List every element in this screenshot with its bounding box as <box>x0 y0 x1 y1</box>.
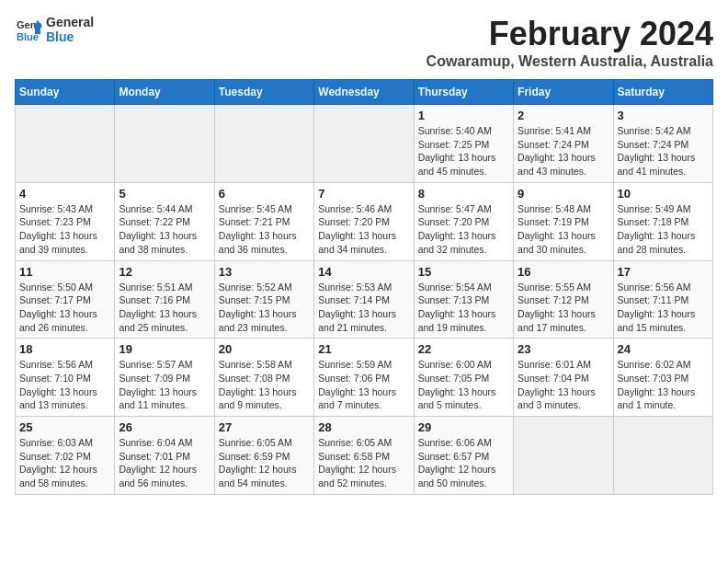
day-number: 6 <box>219 187 310 201</box>
calendar-day-cell: 16Sunrise: 5:55 AM Sunset: 7:12 PM Dayli… <box>514 260 613 339</box>
calendar-week-row: 4Sunrise: 5:43 AM Sunset: 7:23 PM Daylig… <box>16 182 713 260</box>
day-number: 23 <box>518 342 609 356</box>
calendar-day-cell: 26Sunrise: 6:04 AM Sunset: 7:01 PM Dayli… <box>115 417 214 495</box>
weekday-header-row: SundayMondayTuesdayWednesdayThursdayFrid… <box>16 80 713 105</box>
header: General Blue General Blue February 2024 … <box>15 15 713 70</box>
calendar-week-row: 25Sunrise: 6:03 AM Sunset: 7:02 PM Dayli… <box>16 417 713 495</box>
calendar-day-cell: 13Sunrise: 5:52 AM Sunset: 7:15 PM Dayli… <box>214 260 313 339</box>
day-number: 7 <box>318 187 409 201</box>
weekday-header-cell: Wednesday <box>314 80 414 105</box>
day-detail: Sunrise: 6:05 AM Sunset: 6:59 PM Dayligh… <box>219 436 310 490</box>
day-number: 10 <box>618 187 709 201</box>
day-number: 29 <box>418 420 509 434</box>
calendar: SundayMondayTuesdayWednesdayThursdayFrid… <box>15 79 713 495</box>
day-detail: Sunrise: 5:48 AM Sunset: 7:19 PM Dayligh… <box>518 202 609 257</box>
day-detail: Sunrise: 5:55 AM Sunset: 7:12 PM Dayligh… <box>518 281 609 335</box>
calendar-week-row: 18Sunrise: 5:56 AM Sunset: 7:10 PM Dayli… <box>16 339 713 417</box>
day-number: 13 <box>219 265 310 279</box>
calendar-day-cell: 12Sunrise: 5:51 AM Sunset: 7:16 PM Dayli… <box>115 260 214 339</box>
day-detail: Sunrise: 6:04 AM Sunset: 7:01 PM Dayligh… <box>119 436 210 490</box>
day-number: 5 <box>119 187 210 201</box>
day-detail: Sunrise: 5:51 AM Sunset: 7:16 PM Dayligh… <box>119 281 210 335</box>
day-number: 20 <box>219 342 310 356</box>
day-number: 12 <box>119 265 210 279</box>
calendar-day-cell: 29Sunrise: 6:06 AM Sunset: 6:57 PM Dayli… <box>414 417 513 495</box>
day-number: 4 <box>19 187 110 201</box>
day-number: 25 <box>19 420 110 434</box>
weekday-header-cell: Tuesday <box>214 80 313 105</box>
calendar-day-cell: 23Sunrise: 6:01 AM Sunset: 7:04 PM Dayli… <box>514 339 613 417</box>
day-detail: Sunrise: 5:47 AM Sunset: 7:20 PM Dayligh… <box>418 202 509 257</box>
calendar-day-cell: 5Sunrise: 5:44 AM Sunset: 7:22 PM Daylig… <box>115 182 214 260</box>
day-detail: Sunrise: 5:56 AM Sunset: 7:11 PM Dayligh… <box>618 281 709 335</box>
month-title: February 2024 <box>427 15 713 53</box>
day-detail: Sunrise: 6:03 AM Sunset: 7:02 PM Dayligh… <box>19 436 110 490</box>
day-detail: Sunrise: 5:41 AM Sunset: 7:24 PM Dayligh… <box>518 124 609 178</box>
calendar-day-cell: 2Sunrise: 5:41 AM Sunset: 7:24 PM Daylig… <box>514 105 613 183</box>
day-detail: Sunrise: 5:42 AM Sunset: 7:24 PM Dayligh… <box>618 124 709 178</box>
day-number: 22 <box>418 342 509 356</box>
calendar-day-cell: 21Sunrise: 5:59 AM Sunset: 7:06 PM Dayli… <box>314 339 414 417</box>
logo-line2: Blue <box>46 29 94 44</box>
day-number: 8 <box>418 187 509 201</box>
calendar-week-row: 1Sunrise: 5:40 AM Sunset: 7:25 PM Daylig… <box>16 105 713 183</box>
day-detail: Sunrise: 5:50 AM Sunset: 7:17 PM Dayligh… <box>19 281 110 335</box>
calendar-day-cell: 14Sunrise: 5:53 AM Sunset: 7:14 PM Dayli… <box>314 260 414 339</box>
day-detail: Sunrise: 6:00 AM Sunset: 7:05 PM Dayligh… <box>418 358 509 412</box>
day-detail: Sunrise: 5:43 AM Sunset: 7:23 PM Dayligh… <box>19 202 110 257</box>
day-detail: Sunrise: 5:45 AM Sunset: 7:21 PM Dayligh… <box>219 202 310 257</box>
calendar-day-cell: 22Sunrise: 6:00 AM Sunset: 7:05 PM Dayli… <box>414 339 513 417</box>
day-number: 15 <box>418 265 509 279</box>
day-detail: Sunrise: 5:59 AM Sunset: 7:06 PM Dayligh… <box>318 358 409 412</box>
location-title: Cowaramup, Western Australia, Australia <box>427 53 713 70</box>
day-number: 19 <box>119 342 210 356</box>
day-detail: Sunrise: 5:56 AM Sunset: 7:10 PM Dayligh… <box>19 358 110 412</box>
calendar-body: 1Sunrise: 5:40 AM Sunset: 7:25 PM Daylig… <box>16 105 713 495</box>
calendar-day-cell: 27Sunrise: 6:05 AM Sunset: 6:59 PM Dayli… <box>214 417 313 495</box>
day-detail: Sunrise: 5:46 AM Sunset: 7:20 PM Dayligh… <box>318 202 409 257</box>
calendar-day-cell: 28Sunrise: 6:05 AM Sunset: 6:58 PM Dayli… <box>314 417 414 495</box>
day-number: 24 <box>618 342 709 356</box>
calendar-day-cell: 18Sunrise: 5:56 AM Sunset: 7:10 PM Dayli… <box>16 339 115 417</box>
logo-icon: General Blue <box>15 16 42 43</box>
day-number: 11 <box>19 265 110 279</box>
calendar-day-cell <box>16 105 115 183</box>
calendar-day-cell <box>314 105 414 183</box>
day-number: 27 <box>219 420 310 434</box>
day-number: 16 <box>518 265 609 279</box>
day-number: 18 <box>19 342 110 356</box>
calendar-day-cell: 15Sunrise: 5:54 AM Sunset: 7:13 PM Dayli… <box>414 260 513 339</box>
calendar-day-cell: 19Sunrise: 5:57 AM Sunset: 7:09 PM Dayli… <box>115 339 214 417</box>
day-number: 2 <box>518 109 609 122</box>
day-number: 26 <box>119 420 210 434</box>
weekday-header-cell: Friday <box>514 80 613 105</box>
day-detail: Sunrise: 5:52 AM Sunset: 7:15 PM Dayligh… <box>219 281 310 335</box>
logo: General Blue General Blue <box>15 15 94 44</box>
calendar-day-cell: 8Sunrise: 5:47 AM Sunset: 7:20 PM Daylig… <box>414 182 513 260</box>
calendar-week-row: 11Sunrise: 5:50 AM Sunset: 7:17 PM Dayli… <box>16 260 713 339</box>
calendar-day-cell: 25Sunrise: 6:03 AM Sunset: 7:02 PM Dayli… <box>16 417 115 495</box>
day-number: 1 <box>418 109 509 122</box>
calendar-day-cell: 3Sunrise: 5:42 AM Sunset: 7:24 PM Daylig… <box>613 105 712 183</box>
day-number: 9 <box>518 187 609 201</box>
day-number: 17 <box>618 265 709 279</box>
calendar-day-cell: 10Sunrise: 5:49 AM Sunset: 7:18 PM Dayli… <box>613 182 712 260</box>
day-detail: Sunrise: 5:40 AM Sunset: 7:25 PM Dayligh… <box>418 124 509 178</box>
day-detail: Sunrise: 5:53 AM Sunset: 7:14 PM Dayligh… <box>318 281 409 335</box>
day-number: 21 <box>318 342 409 356</box>
day-detail: Sunrise: 5:58 AM Sunset: 7:08 PM Dayligh… <box>219 358 310 412</box>
day-detail: Sunrise: 5:57 AM Sunset: 7:09 PM Dayligh… <box>119 358 210 412</box>
title-block: February 2024 Cowaramup, Western Austral… <box>427 15 713 70</box>
calendar-day-cell <box>214 105 313 183</box>
weekday-header-cell: Thursday <box>414 80 513 105</box>
weekday-header-cell: Saturday <box>613 80 712 105</box>
day-number: 3 <box>618 109 709 122</box>
day-number: 14 <box>318 265 409 279</box>
calendar-day-cell <box>514 417 613 495</box>
day-detail: Sunrise: 6:02 AM Sunset: 7:03 PM Dayligh… <box>618 358 709 412</box>
calendar-day-cell <box>115 105 214 183</box>
day-detail: Sunrise: 5:49 AM Sunset: 7:18 PM Dayligh… <box>618 202 709 257</box>
calendar-day-cell: 1Sunrise: 5:40 AM Sunset: 7:25 PM Daylig… <box>414 105 513 183</box>
weekday-header-cell: Sunday <box>16 80 115 105</box>
calendar-day-cell: 7Sunrise: 5:46 AM Sunset: 7:20 PM Daylig… <box>314 182 414 260</box>
